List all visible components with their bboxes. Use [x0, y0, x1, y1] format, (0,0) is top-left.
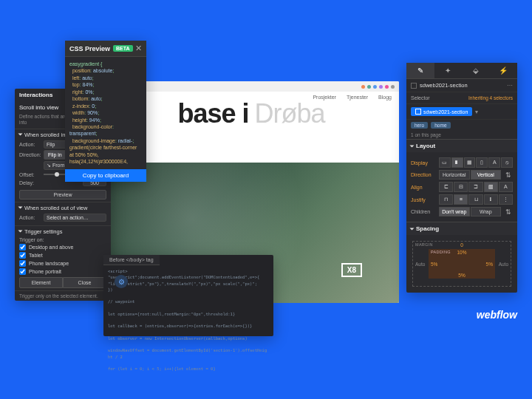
align-center-icon[interactable]: ⊟ — [454, 182, 468, 192]
footnote: Trigger only on the selected element. — [15, 290, 111, 301]
breakpoint-checkbox[interactable]: Desktop and above — [19, 244, 106, 250]
copy-to-clipboard-button[interactable]: Copy to clipboard — [65, 169, 146, 182]
element-icon — [411, 83, 417, 89]
reverse-icon[interactable]: ⇅ — [504, 171, 513, 179]
direction-label: Direction: — [19, 152, 41, 157]
code-tab[interactable]: Before </body> tag — [103, 255, 160, 265]
breadcrumb[interactable]: sdweb2021-section — [420, 82, 504, 89]
display-grid-icon[interactable]: ▦ — [464, 157, 476, 168]
more-icon[interactable]: ⋯ — [507, 82, 513, 89]
display-none-icon[interactable]: ⦸ — [501, 157, 513, 168]
caret-icon — [18, 134, 23, 136]
nav-link[interactable]: Tjenester — [347, 95, 368, 100]
section-header[interactable]: When scrolled out of view — [19, 205, 106, 211]
section-header[interactable]: Trigger settings — [19, 228, 106, 235]
display-label: Display — [411, 160, 436, 166]
justify-start-icon[interactable]: ⊓ — [439, 194, 453, 205]
justify-between-icon[interactable]: ⫿ — [484, 194, 498, 205]
padding-label: PADDING — [431, 250, 451, 254]
align-label: Align — [411, 185, 436, 190]
justify-center-icon[interactable]: ≡ — [454, 194, 468, 205]
selector-label: Selector — [411, 95, 466, 100]
state-chip[interactable]: home — [431, 122, 450, 129]
wrap-button[interactable]: Wrap — [471, 207, 502, 216]
justify-label: Justify — [411, 197, 436, 202]
webflow-logo: webflow — [477, 309, 517, 321]
breakpoint-checkbox[interactable]: Phone landscape — [19, 260, 106, 267]
element-button[interactable]: Element — [19, 277, 63, 288]
flip-in-tab[interactable]: Flip in — [44, 150, 66, 160]
tab-indicator — [379, 85, 383, 89]
margin-right[interactable]: Auto — [499, 262, 508, 267]
tab-indicator — [373, 85, 377, 89]
css-preview-panel: CSS Preview BETA ✕ easygradient { positi… — [65, 41, 146, 182]
selector-chip[interactable]: sdweb2021-section — [411, 107, 472, 116]
action-select[interactable]: Select an action… — [44, 214, 106, 222]
tab-indicator — [391, 85, 395, 89]
browser-tabs — [103, 81, 399, 92]
direction-vertical[interactable]: Vertical — [471, 170, 502, 180]
display-block-icon[interactable]: ▭ — [439, 157, 451, 168]
close-button[interactable]: Close — [63, 277, 106, 288]
instance-count: 1 on this page — [406, 131, 517, 139]
chevron-down-icon[interactable]: ▾ — [475, 109, 478, 115]
children-label: Children — [411, 209, 436, 214]
style-tab-interactions-icon[interactable]: ⚡ — [490, 63, 518, 78]
x8-badge: X8 — [341, 263, 362, 277]
action-label: Action: — [19, 142, 41, 147]
reverse-icon[interactable]: ⇅ — [504, 208, 513, 216]
margin-left[interactable]: Auto — [415, 262, 425, 267]
breakpoint-checkbox[interactable]: Tablet — [19, 252, 106, 259]
breakpoint-checkbox[interactable]: Phone portrait — [19, 268, 106, 275]
justify-around-icon[interactable]: ⋮ — [499, 194, 513, 205]
action-label: Action: — [19, 215, 41, 220]
settings-badge-icon[interactable]: ⚙ — [115, 275, 128, 288]
caret-icon — [18, 207, 23, 209]
padding-left[interactable]: 5% — [431, 262, 437, 267]
preview-button[interactable]: Preview — [19, 190, 106, 200]
style-tab-effects-icon[interactable]: ⬙ — [462, 63, 490, 78]
trigger-on-label: Trigger on: — [19, 237, 106, 242]
hero-heading: base i Drøba — [103, 98, 399, 129]
nowrap-button[interactable]: Don't wrap — [439, 207, 470, 216]
offset-label: Offset: — [19, 172, 41, 177]
align-end-icon[interactable]: ⊐ — [468, 182, 482, 192]
style-tab-brush-icon[interactable]: ✎ — [406, 63, 434, 78]
caret-icon — [410, 228, 415, 230]
tab-indicator — [361, 85, 365, 89]
custom-code-panel: Before </body> tag <script> "use strict"… — [103, 255, 273, 336]
style-panel: ✎ ✦ ⬙ ⚡ sdweb2021-section ⋯ Selector Inh… — [406, 63, 517, 293]
nav-link[interactable]: Blogg — [378, 95, 392, 100]
spacing-section-header[interactable]: Spacing — [406, 222, 517, 235]
tab-indicator — [385, 85, 389, 89]
caret-icon — [410, 145, 415, 147]
display-inline-block-icon[interactable]: ▯ — [476, 157, 488, 168]
css-code-block: easygradient { position: absolute; left:… — [65, 57, 146, 169]
state-chip[interactable]: hero — [411, 122, 428, 129]
padding-right[interactable]: 5% — [486, 262, 493, 267]
direction-horizontal[interactable]: Horizontal — [439, 170, 470, 180]
style-tab-settings-icon[interactable]: ✦ — [434, 63, 463, 78]
margin-label: MARGIN — [415, 242, 433, 247]
code-editor[interactable]: <script> "use strict";document.addEventL… — [103, 265, 273, 375]
align-stretch-icon[interactable]: ▥ — [484, 182, 498, 192]
caret-icon — [18, 231, 23, 233]
direction-label: Direction — [411, 172, 436, 177]
padding-bottom[interactable]: 5% — [458, 273, 465, 278]
padding-top[interactable]: 10% — [457, 250, 466, 255]
display-inline-icon[interactable]: A — [488, 157, 500, 168]
margin-top[interactable]: 0 — [460, 242, 463, 248]
delay-label: Delay: — [19, 180, 41, 185]
panel-title: CSS Preview — [69, 45, 110, 52]
close-icon[interactable]: ✕ — [135, 44, 142, 53]
beta-badge: BETA — [113, 45, 133, 52]
justify-end-icon[interactable]: ⊔ — [468, 194, 482, 205]
layout-section-header[interactable]: Layout — [406, 139, 517, 152]
tab-indicator — [367, 85, 371, 89]
display-buttons: ▭ ⫼ ▦ ▯ A ⦸ — [439, 157, 513, 168]
inherit-info[interactable]: Inheriting 4 selectors — [468, 95, 513, 100]
align-start-icon[interactable]: ⊏ — [439, 182, 453, 192]
spacing-editor[interactable]: MARGIN 0 Auto Auto PADDING 10% 5% 5% 5% — [412, 241, 511, 287]
display-flex-icon[interactable]: ⫼ — [451, 157, 463, 168]
align-baseline-icon[interactable]: A — [499, 182, 513, 192]
